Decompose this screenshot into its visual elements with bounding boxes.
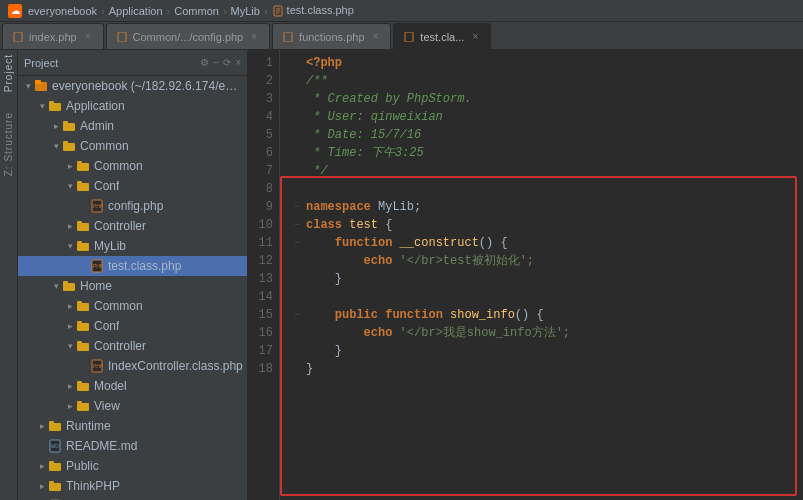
code-token: show_info — [443, 306, 515, 324]
svg-rect-16 — [77, 163, 89, 171]
tab-close-btn[interactable]: × — [371, 31, 381, 42]
code-token: __construct — [392, 234, 478, 252]
line-number-9: 9 — [248, 198, 279, 216]
tree-node-application[interactable]: ▾ Application — [18, 96, 247, 116]
svg-rect-38 — [77, 383, 89, 391]
svg-rect-17 — [77, 161, 82, 164]
tree-node-runtime[interactable]: ▸ Runtime — [18, 416, 247, 436]
tree-node-controller2[interactable]: ▾ Controller — [18, 336, 247, 356]
tree-node-mylib[interactable]: ▾ MyLib — [18, 236, 247, 256]
code-token: () { — [479, 234, 508, 252]
line-number-14: 14 — [248, 288, 279, 306]
tree-arrow: ▸ — [64, 401, 76, 411]
folder-icon — [76, 239, 90, 253]
tree-node-readme1[interactable]: MD README.md — [18, 436, 247, 456]
code-token: public — [306, 306, 378, 324]
tree-sync-icon[interactable]: ⟳ — [223, 57, 231, 68]
svg-rect-7 — [405, 32, 413, 42]
tree-node-conf2[interactable]: ▸ Conf — [18, 316, 247, 336]
tree-node-common2[interactable]: ▸ Common — [18, 156, 247, 176]
breadcrumb-mylib[interactable]: MyLib — [231, 5, 260, 17]
code-line-9: −namespace MyLib; — [290, 198, 803, 216]
fold-icon-line-10[interactable]: − — [290, 218, 304, 232]
code-line-10: −class test { — [290, 216, 803, 234]
tree-node-view[interactable]: ▸ View — [18, 396, 247, 416]
code-token: } — [306, 360, 313, 378]
tree-node-model[interactable]: ▸ Model — [18, 376, 247, 396]
structure-label[interactable]: Z: Structure — [3, 112, 14, 176]
tree-node-label: Model — [94, 379, 127, 393]
tree-node-label: config.php — [108, 199, 163, 213]
tree-arrow: ▾ — [64, 241, 76, 251]
tree-node-conf1[interactable]: ▾ Conf — [18, 176, 247, 196]
line-number-6: 6 — [248, 144, 279, 162]
tree-node-label: MyLib — [94, 239, 126, 253]
svg-rect-9 — [35, 80, 41, 84]
breadcrumb-root[interactable]: everyonebook — [28, 5, 97, 17]
tree-node-indexcontroller[interactable]: PHP IndexController.class.php — [18, 356, 247, 376]
tree-settings-icon[interactable]: ⚙ — [200, 57, 209, 68]
tree-node-home[interactable]: ▾ Home — [18, 276, 247, 296]
tree-node-composer-json[interactable]: JSON composer.json — [18, 496, 247, 500]
tree-node-label: Runtime — [66, 419, 111, 433]
tree-close-icon[interactable]: × — [235, 57, 241, 68]
tree-node-label: Common — [94, 299, 143, 313]
file-tree: Project ⚙ − ⟳ × ▾ everyonebook (~/182.92… — [18, 50, 248, 500]
code-content[interactable]: <?php/** * Created by PhpStorm. * User: … — [280, 50, 803, 500]
fold-icon-line-15[interactable]: − — [290, 308, 304, 322]
tree-header: Project ⚙ − ⟳ × — [18, 50, 247, 76]
project-label[interactable]: Project — [3, 54, 14, 92]
breadcrumb-application[interactable]: Application — [109, 5, 163, 17]
tree-node-controller1[interactable]: ▸ Controller — [18, 216, 247, 236]
tab-close-btn[interactable]: × — [470, 31, 480, 42]
code-token: () { — [515, 306, 544, 324]
tree-node-label: IndexController.class.php — [108, 359, 243, 373]
breadcrumb-common[interactable]: Common — [174, 5, 219, 17]
tab-close-btn[interactable]: × — [249, 31, 259, 42]
code-line-6: * Time: 下午3:25 — [290, 144, 803, 162]
tree-node-thinkphp[interactable]: ▸ ThinkPHP — [18, 476, 247, 496]
tab-functions-php[interactable]: functions.php × — [272, 23, 391, 49]
php-file-icon: PHP — [90, 199, 104, 213]
tree-node-label: ThinkPHP — [66, 479, 120, 493]
svg-rect-35 — [77, 341, 82, 344]
tree-arrow: ▸ — [50, 121, 62, 131]
line-number-13: 13 — [248, 270, 279, 288]
tree-node-test-class[interactable]: PHP test.class.php — [18, 256, 247, 276]
code-line-5: * Date: 15/7/16 — [290, 126, 803, 144]
folder-icon — [76, 399, 90, 413]
code-line-15: − public function show_info() { — [290, 306, 803, 324]
code-token: function — [306, 234, 392, 252]
tree-node-root[interactable]: ▾ everyonebook (~/182.92.6.174/everyoneb… — [18, 76, 247, 96]
tree-node-common3[interactable]: ▸ Common — [18, 296, 247, 316]
tree-node-label: Controller — [94, 339, 146, 353]
tree-node-config-php[interactable]: PHP config.php — [18, 196, 247, 216]
tab-close-btn[interactable]: × — [83, 31, 93, 42]
tree-collapse-icon[interactable]: − — [213, 57, 219, 68]
tree-node-label: Conf — [94, 179, 119, 193]
tree-node-admin[interactable]: ▸ Admin — [18, 116, 247, 136]
line-number-15: 15 — [248, 306, 279, 324]
breadcrumb-sep1: › — [101, 5, 105, 17]
tree-arrow: ▸ — [36, 421, 48, 431]
code-area: 123456789101112131415161718 <?php/** * C… — [248, 50, 803, 500]
fold-icon-line-9[interactable]: − — [290, 200, 304, 214]
folder-icon — [76, 179, 90, 193]
tree-node-common1[interactable]: ▾ Common — [18, 136, 247, 156]
code-token: */ — [306, 162, 328, 180]
code-editor[interactable]: 123456789101112131415161718 <?php/** * C… — [248, 50, 803, 500]
code-token: * Time: 下午3:25 — [306, 144, 424, 162]
code-line-13: } — [290, 270, 803, 288]
folder-icon — [76, 319, 90, 333]
vertical-labels: Project Z: Structure — [0, 50, 18, 500]
tab-index-php[interactable]: index.php × — [2, 23, 104, 49]
tab-test-class[interactable]: test.cla... × — [393, 23, 491, 49]
tab-common-config[interactable]: Common/.../config.php × — [106, 23, 271, 49]
folder-icon — [48, 419, 62, 433]
breadcrumb: everyonebook › Application › Common › My… — [28, 4, 354, 17]
svg-rect-19 — [77, 181, 82, 184]
svg-rect-5 — [118, 32, 126, 42]
tree-node-public[interactable]: ▸ Public — [18, 456, 247, 476]
fold-icon-line-11[interactable]: − — [290, 236, 304, 250]
tree-node-label: Common — [80, 139, 129, 153]
